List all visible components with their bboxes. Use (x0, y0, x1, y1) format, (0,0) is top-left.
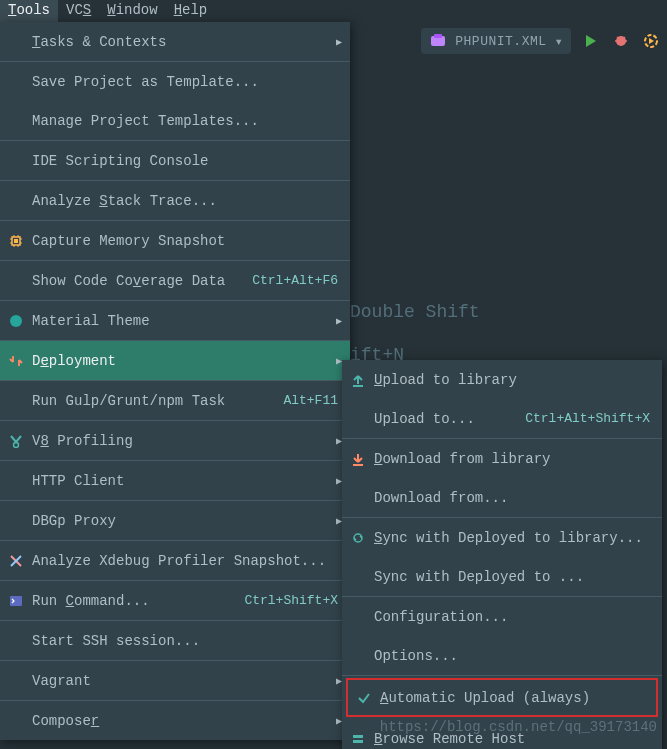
submenu-sync-deployed[interactable]: Sync with Deployed to ... (342, 557, 662, 596)
submenu-upload-to[interactable]: Upload to... Ctrl+Alt+Shift+X (342, 399, 662, 438)
submenu-sync-library[interactable]: Sync with Deployed to library... (342, 518, 662, 557)
chip-icon (6, 231, 26, 251)
highlight-box: Automatic Upload (always) (346, 678, 658, 717)
watermark: https://blog.csdn.net/qq_39173140 (380, 719, 657, 735)
menu-tools[interactable]: Tools (0, 0, 58, 22)
xdebug-icon (6, 551, 26, 571)
svg-rect-25 (353, 735, 363, 738)
submenu-arrow-icon: ▶ (336, 315, 342, 327)
menu-material-theme[interactable]: Material Theme ▶ (0, 301, 350, 340)
submenu-configuration[interactable]: Configuration... (342, 597, 662, 636)
menu-help[interactable]: Help (166, 0, 216, 22)
run-coverage-button[interactable] (641, 31, 661, 51)
menu-gulp[interactable]: Run Gulp/Grunt/npm Task Alt+F11 (0, 381, 350, 420)
run-config-label: PHPUNIT.XML (455, 34, 546, 49)
menu-ssh[interactable]: Start SSH session... (0, 621, 350, 660)
svg-rect-1 (434, 34, 442, 38)
host-icon (348, 729, 368, 749)
svg-point-18 (10, 315, 22, 327)
php-icon (429, 32, 447, 50)
upload-icon (348, 370, 368, 390)
menu-stack-trace[interactable]: Analyze Stack Trace... (0, 181, 350, 220)
shortcut: Ctrl+Alt+Shift+X (525, 411, 650, 426)
menubar: Tools VCS Window Help (0, 0, 667, 22)
search-everywhere-hint: Double Shift (350, 302, 480, 322)
shortcut: Alt+F11 (283, 393, 338, 408)
menu-manage-templates[interactable]: Manage Project Templates... (0, 101, 350, 140)
menu-save-template[interactable]: Save Project as Template... (0, 62, 350, 101)
menu-tasks-contexts[interactable]: Tasks & Contexts ▶ (0, 22, 350, 61)
check-icon (354, 688, 374, 708)
menu-deployment[interactable]: Deployment ▶ (0, 341, 350, 380)
menu-window[interactable]: Window (99, 0, 165, 22)
submenu-download-from[interactable]: Download from... (342, 478, 662, 517)
deployment-submenu: Upload to library Upload to... Ctrl+Alt+… (342, 360, 662, 749)
menu-vcs[interactable]: VCS (58, 0, 99, 22)
menu-http-client[interactable]: HTTP Client ▶ (0, 461, 350, 500)
svg-rect-22 (10, 596, 22, 606)
menu-xdebug[interactable]: Analyze Xdebug Profiler Snapshot... (0, 541, 350, 580)
run-config-selector[interactable]: PHPUNIT.XML ▾ (421, 28, 571, 54)
svg-point-19 (14, 442, 19, 447)
menu-run-command[interactable]: Run Command... Ctrl+Shift+X (0, 581, 350, 620)
menu-memory-snapshot[interactable]: Capture Memory Snapshot (0, 221, 350, 260)
separator (342, 675, 662, 676)
submenu-upload-library[interactable]: Upload to library (342, 360, 662, 399)
submenu-arrow-icon: ▶ (336, 36, 342, 48)
menu-dbgp-proxy[interactable]: DBGp Proxy ▶ (0, 501, 350, 540)
submenu-auto-upload[interactable]: Automatic Upload (always) (348, 680, 656, 715)
svg-rect-9 (14, 239, 18, 243)
svg-rect-26 (353, 740, 363, 743)
sync-icon (348, 528, 368, 548)
deploy-icon (6, 351, 26, 371)
menu-ide-scripting[interactable]: IDE Scripting Console (0, 141, 350, 180)
blank-icon (6, 32, 26, 52)
chevron-down-icon: ▾ (555, 33, 563, 50)
tools-dropdown: Tasks & Contexts ▶ Save Project as Templ… (0, 22, 350, 740)
toolbar: PHPUNIT.XML ▾ (421, 28, 661, 54)
debug-button[interactable] (611, 31, 631, 51)
submenu-download-library[interactable]: Download from library (342, 439, 662, 478)
terminal-icon (6, 591, 26, 611)
shortcut: Ctrl+Shift+X (244, 593, 338, 608)
download-icon (348, 449, 368, 469)
shortcut: Ctrl+Alt+F6 (252, 273, 338, 288)
run-button[interactable] (581, 31, 601, 51)
menu-vagrant[interactable]: Vagrant ▶ (0, 661, 350, 700)
v8-icon (6, 431, 26, 451)
submenu-options[interactable]: Options... (342, 636, 662, 675)
menu-v8-profiling[interactable]: V8 Profiling ▶ (0, 421, 350, 460)
theme-icon (6, 311, 26, 331)
menu-composer[interactable]: Composer ▶ (0, 701, 350, 740)
menu-coverage[interactable]: Show Code Coverage Data Ctrl+Alt+F6 (0, 261, 350, 300)
